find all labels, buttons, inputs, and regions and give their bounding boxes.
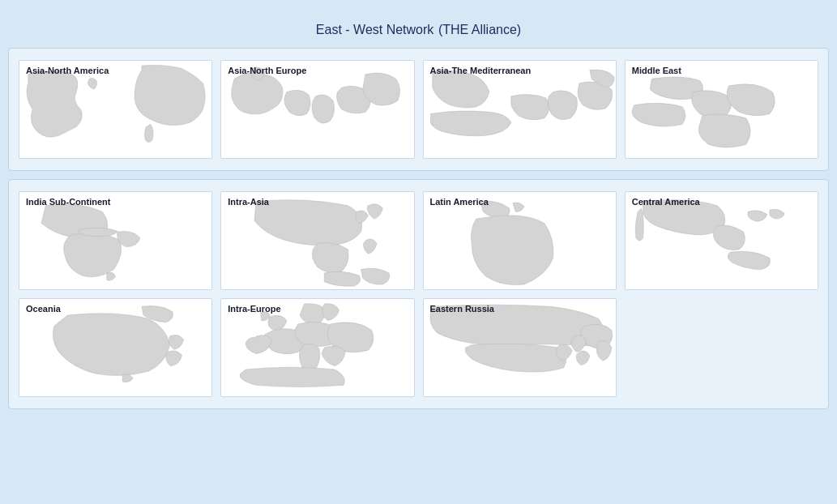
card-india-sub-continent[interactable]: India Sub-Continent [19, 191, 212, 290]
map-svg [19, 299, 211, 396]
card-map [221, 299, 413, 396]
map-svg [221, 299, 413, 396]
card-map [19, 192, 211, 289]
section-1-grid: Asia-North America Asia-North [19, 60, 818, 159]
card-map [626, 61, 818, 158]
card-map [424, 192, 616, 289]
card-asia-north-america[interactable]: Asia-North America [19, 60, 212, 159]
card-oceania[interactable]: Oceania [19, 298, 212, 397]
section-2: India Sub-Continent Intra-Asia [8, 179, 829, 409]
card-map [19, 61, 211, 158]
card-map [221, 61, 413, 158]
map-svg [424, 61, 616, 158]
map-svg [221, 192, 413, 289]
card-map [221, 192, 413, 289]
section-1: Asia-North America Asia-North [8, 48, 829, 171]
section-2-bottom-grid: Oceania Intra-Europe [19, 298, 818, 397]
card-intra-asia[interactable]: Intra-Asia [220, 191, 414, 290]
card-map [626, 192, 818, 289]
card-asia-north-europe[interactable]: Asia-North Europe [220, 60, 414, 159]
map-svg [19, 192, 211, 289]
card-eastern-russia[interactable]: Eastern Russia [423, 298, 617, 397]
section-2-top-grid: India Sub-Continent Intra-Asia [19, 191, 818, 290]
map-svg [19, 61, 211, 158]
card-map [19, 299, 211, 396]
map-svg [221, 61, 413, 158]
map-svg [424, 192, 616, 289]
card-map [424, 299, 616, 396]
map-svg [424, 299, 616, 396]
card-middle-east[interactable]: Middle East [625, 60, 818, 159]
card-central-america[interactable]: Central America [625, 191, 818, 290]
card-latin-america[interactable]: Latin America [423, 191, 617, 290]
subtitle: (THE Alliance) [438, 23, 521, 36]
map-svg [626, 192, 818, 289]
card-intra-europe[interactable]: Intra-Europe [220, 298, 414, 397]
card-map [424, 61, 616, 158]
page-title: East - West Network (THE Alliance) [8, 8, 829, 48]
card-asia-mediterranean[interactable]: Asia-The Mediterranean [423, 60, 617, 159]
map-svg [626, 61, 818, 158]
